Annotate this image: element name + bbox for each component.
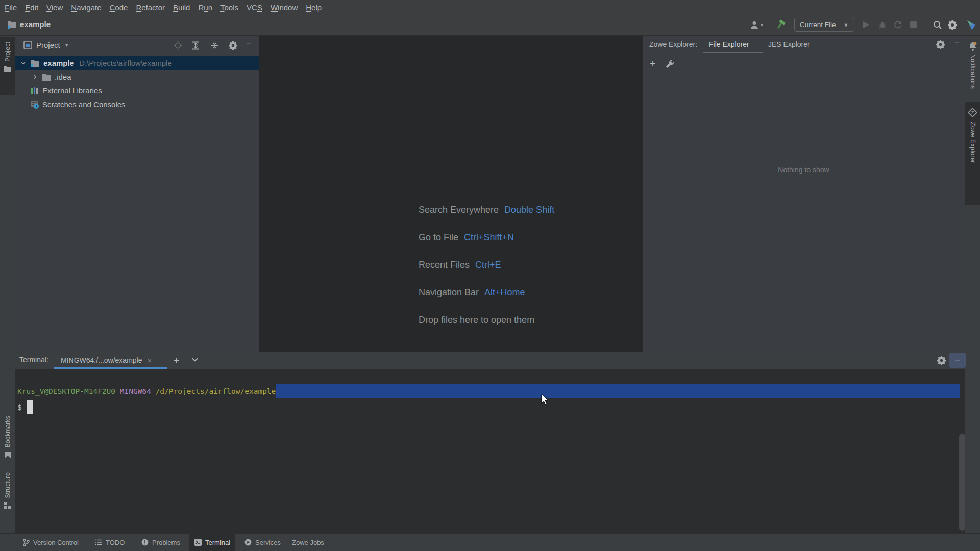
menu-view[interactable]: View — [42, 3, 67, 12]
wrench-icon[interactable] — [666, 60, 674, 68]
menu-vcs[interactable]: VCS — [242, 3, 266, 12]
shortcut-hint: Recent FilesCtrl+E — [419, 251, 554, 279]
folder-icon — [42, 73, 51, 81]
menu-run[interactable]: Run — [194, 3, 216, 12]
run-button[interactable] — [862, 14, 870, 35]
debug-button[interactable] — [878, 14, 887, 35]
terminal-scrollbar[interactable] — [959, 434, 965, 531]
menu-refactor[interactable]: Refactor — [132, 3, 169, 12]
stop-button[interactable] — [910, 14, 917, 35]
chevron-down-icon: ▼ — [843, 22, 849, 28]
collapse-all-icon[interactable] — [210, 41, 219, 50]
header-separator — [223, 41, 223, 50]
menu-window[interactable]: Window — [266, 3, 302, 12]
active-terminal-tab-underline — [54, 367, 167, 369]
terminal-settings-gear-icon[interactable] — [937, 356, 946, 365]
menu-build[interactable]: Build — [169, 3, 194, 12]
project-view-selector[interactable]: Project ▼ — [23, 41, 69, 49]
tool-window-tab-bookmarks[interactable]: Bookmarks — [0, 416, 15, 467]
tool-window-tab-structure[interactable]: Structure — [0, 472, 15, 524]
coverage-button[interactable] — [894, 14, 902, 35]
terminal-dropdown-chevron-icon[interactable] — [191, 356, 199, 364]
breadcrumb-project[interactable]: example — [7, 20, 51, 29]
terminal-input-line[interactable]: $ — [17, 399, 960, 415]
new-terminal-icon[interactable]: + — [174, 355, 179, 366]
status-zowe-jobs[interactable]: Zowe Jobs — [292, 534, 324, 551]
add-profile-icon[interactable]: + — [650, 58, 656, 70]
project-root-folder-icon — [31, 59, 39, 67]
menu-bar: FileEditViewNavigateCodeRefactorBuildRun… — [0, 0, 980, 14]
locate-icon[interactable] — [174, 41, 182, 50]
editor-area: Search EverywhereDouble ShiftGo to FileC… — [259, 36, 643, 352]
shortcut-hint: Navigation BarAlt+Home — [419, 279, 554, 306]
problems-icon — [141, 539, 149, 546]
menu-file[interactable]: File — [1, 3, 21, 12]
menu-code[interactable]: Code — [106, 3, 132, 12]
settings-gear-icon[interactable] — [948, 14, 957, 35]
panel-settings-gear-icon[interactable] — [229, 41, 237, 50]
plugin-logo-icon[interactable] — [966, 14, 977, 35]
bookmark-icon — [5, 452, 11, 458]
menu-help[interactable]: Help — [302, 3, 326, 12]
terminal-icon — [194, 539, 202, 546]
editor-shortcut-hints: Search EverywhereDouble ShiftGo to FileC… — [419, 196, 554, 334]
navigation-bar: example ▾ Current File ▼ — [0, 14, 980, 36]
tool-window-tab-notifications[interactable]: Notifications — [965, 41, 980, 101]
tree-row-project-root[interactable]: example D:\Projects\airflow\example — [15, 56, 259, 70]
status-todo[interactable]: TODO — [95, 534, 125, 551]
tab-jes-explorer[interactable]: JES Explorer — [768, 40, 810, 48]
left-tool-window-strip: Project Bookmarks Structure — [0, 36, 15, 533]
chevron-expanded-icon[interactable] — [20, 60, 26, 66]
status-problems[interactable]: Problems — [141, 534, 180, 551]
hide-panel-icon[interactable]: − — [246, 39, 251, 49]
project-panel-header: Project ▼ − — [15, 36, 259, 55]
menu-edit[interactable]: Edit — [21, 3, 42, 12]
right-tool-window-strip: Notifications Z Zowe Explorer — [965, 36, 980, 533]
menu-navigate[interactable]: Navigate — [67, 3, 105, 12]
shortcut-hint: Go to FileCtrl+Shift+N — [419, 223, 554, 251]
user-account-icon[interactable]: ▾ — [749, 14, 763, 35]
zowe-settings-gear-icon[interactable] — [936, 40, 945, 49]
folder-icon — [4, 65, 11, 72]
build-hammer-icon[interactable] — [776, 14, 787, 35]
notifications-bell-icon — [969, 42, 977, 51]
chevron-collapsed-icon[interactable] — [32, 74, 38, 80]
terminal-prompt-line: Krus_V@DESKTOP-M14F2U0 MINGW64 /d/Projec… — [17, 383, 960, 399]
project-folder-icon — [7, 20, 16, 29]
toolbar-separator — [926, 19, 926, 31]
menu-tools[interactable]: Tools — [216, 3, 242, 12]
project-view-icon — [23, 41, 32, 49]
empty-state-text: Nothing to show — [643, 166, 965, 174]
tree-row-idea-folder[interactable]: .idea — [15, 70, 259, 84]
active-tab-underline — [703, 52, 763, 53]
mouse-pointer — [541, 394, 551, 406]
services-icon — [244, 539, 252, 546]
tool-window-tab-project[interactable]: Project — [0, 37, 15, 95]
tree-row-scratches[interactable]: Scratches and Consoles — [15, 97, 259, 111]
close-tab-icon[interactable]: × — [148, 356, 152, 365]
todo-list-icon — [95, 539, 102, 545]
chevron-down-icon: ▼ — [64, 42, 69, 48]
terminal-tab[interactable]: MINGW64:/...ow/example × — [54, 352, 159, 369]
status-terminal[interactable]: Terminal — [189, 534, 235, 551]
search-everywhere-icon[interactable] — [933, 14, 942, 35]
hide-zowe-panel-icon[interactable]: − — [954, 38, 960, 48]
expand-all-icon[interactable] — [191, 41, 200, 50]
status-services[interactable]: Services — [244, 534, 281, 551]
tree-row-external-libraries[interactable]: External Libraries — [15, 84, 259, 97]
git-branch-icon — [23, 539, 30, 546]
shortcut-hint: Drop files here to open them — [419, 306, 554, 334]
scratches-icon — [31, 101, 39, 109]
terminal-selection — [276, 384, 960, 398]
run-configuration-select[interactable]: Current File ▼ — [794, 18, 854, 32]
status-version-control[interactable]: Version Control — [23, 534, 79, 551]
zowe-panel-header: Zowe Explorer: File Explorer JES Explore… — [643, 36, 965, 54]
project-tool-window: Project ▼ − example D:\Projects\airflow\… — [15, 36, 259, 352]
tool-window-tab-zowe-explorer[interactable]: Z Zowe Explorer — [965, 102, 980, 205]
tab-file-explorer[interactable]: File Explorer — [709, 40, 749, 48]
hide-terminal-icon[interactable]: − — [949, 353, 966, 368]
toolbar-separator — [771, 19, 771, 31]
structure-icon — [4, 502, 11, 509]
terminal-tool-window: Terminal: MINGW64:/...ow/example × + − K… — [15, 352, 965, 533]
terminal-cursor — [27, 400, 33, 414]
